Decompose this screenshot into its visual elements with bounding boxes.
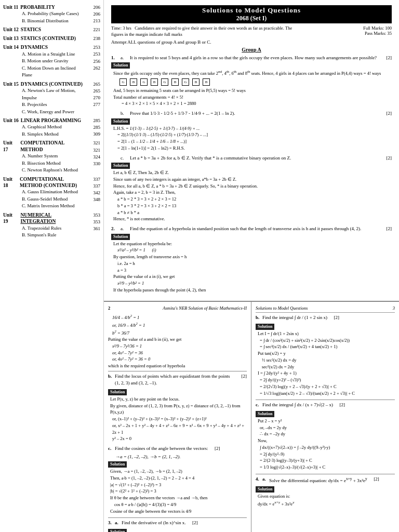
sol-line: sec²(x/2) dx = 2dy (258, 364, 395, 370)
solution-tag: Solution (111, 234, 130, 240)
sol-line: If the hyperbola passes through the poin… (113, 287, 392, 294)
sol-line: Then, a·b = (1, –2, –2)·(2, 1, –2) = 2 –… (110, 475, 247, 482)
unit-16-number: Unit 16 (3, 117, 19, 124)
divider (256, 474, 395, 474)
unit-17-name: COMPUTATIONAL METHOD (20, 140, 87, 153)
toc-sub-item: B. Simpson's Rule (22, 232, 87, 239)
toc-page: 221 (87, 26, 100, 33)
sol-line: I = ∫ 2dy/(y² + 4y + 1) (258, 370, 395, 377)
solution-2b-body: Let P(x, y, z) be any point on the locus… (108, 396, 247, 442)
toc-page: 337 (87, 176, 100, 183)
solutions-black-header: Solutions to Model Questions 2068 (Set I… (111, 5, 392, 23)
sol-line: L.H.S. = 1/(1·3) – 1/(2·5) + 1/(3·7) – 1… (113, 125, 392, 132)
sol-line: |a| = √(1² + (–2)² + (–2)²) = 3 (110, 482, 247, 488)
seat-4: B (151, 78, 158, 86)
group-a-label: Group A (111, 47, 392, 52)
solutions-meta-left: Time: 3 hrs Candidates are required to g… (111, 25, 294, 38)
unit-14-name: DYNAMICS (21, 44, 48, 50)
q2a-text: Find the equation of a hyperbola in stan… (130, 225, 379, 233)
q4a-marks: [2] (369, 476, 379, 485)
sol-line: a * b ≠ b * a (113, 209, 392, 216)
question-1a: 1. a. It is required to seat 5 boys and … (111, 55, 392, 107)
sol-line: Since the girls occupy only the even pla… (113, 69, 392, 77)
time-label: Time: 3 hrs (111, 25, 131, 31)
solutions-meta-right: Full Marks: 100 Pass Marks: 35 (363, 25, 392, 38)
sol-line: Let P(x, y, z) be any point on the locus… (110, 396, 247, 403)
toc-page: 361 (87, 225, 100, 232)
vectors-text: →a = (1, –2, –2), →b = (2, 1, –2). (108, 454, 247, 461)
solutions-bottom-section: 2 Asmita's NEB Solution of Basic Mathema… (104, 301, 399, 532)
sol-line: Let the equation of hyperbola be: (113, 241, 392, 247)
q1-number: 1. (111, 55, 118, 62)
question-2a: 2. a. Find the equation of a hyperbola i… (111, 225, 392, 294)
solutions-top-section: Solutions to Model Questions 2068 (Set I… (104, 0, 399, 301)
unit-12-name: STATICS (21, 26, 41, 33)
sol-line: |b| = √(2² + 1² + (–2)²) = 3 (110, 488, 247, 495)
q1a-marks: [2] (381, 55, 392, 62)
seat-9: B (203, 78, 210, 86)
seat-7: G (182, 78, 189, 86)
toc-unit-17: Unit 17 COMPUTATIONAL METHOD A. Number S… (3, 140, 100, 174)
q2c-text: Find the cosines of the angle between th… (115, 445, 208, 453)
unit-18-subs: A. Gauss Elimination Method B. Gauss-Sei… (3, 189, 87, 210)
toc-sub-item: A. Newton's Law of Motion, Impulse (22, 87, 87, 101)
q3-number: 3. (108, 520, 113, 527)
toc-unit-14: Unit 14 DYNAMICS A. Motion in a Straight… (3, 44, 100, 78)
sol-line: By given, distance of (1, 2, 3) from P(x… (110, 403, 247, 416)
question-integral-c: c. Find the integral ∫ dx / (x + 7)√(2 –… (256, 402, 395, 471)
unit-11-number: Unit 11 (3, 4, 18, 10)
toc-sub-item: C. Work, Energy and Power (22, 109, 87, 116)
q2a-marks: [2] (381, 225, 392, 233)
divider (108, 517, 247, 518)
toc-sub-item: A. Gauss Elimination Method (22, 189, 87, 196)
sol-line: a = 3 (113, 267, 392, 274)
toc-page: 262 (87, 65, 100, 72)
toc-unit-13: Unit 13 STATICS (CONTINUED) 238 (3, 35, 100, 42)
full-marks: Full Marks: 100 (363, 25, 392, 31)
toc-page: 353 (87, 219, 100, 225)
sol-line: or, –dx = 2y dy (258, 424, 395, 431)
toc-unit-18: Unit 18 COMPUTATIONAL METHOD (CONTINUED)… (3, 176, 100, 210)
toc-sub-item: B. Simplex Method (22, 131, 87, 138)
sol-line: Total number of arrangements = 4! × 5! (113, 94, 392, 101)
solution-label-3a: Solution (108, 528, 247, 532)
q1b-spacer (111, 110, 118, 117)
bottom-left-col: 2 Asmita's NEB Solution of Basic Mathema… (104, 302, 251, 532)
page-wrapper: Unit 11 PROBABILITY A. Probability (Samp… (0, 0, 399, 532)
math-eq: b2 = 36/7 (108, 329, 247, 337)
toc-unit-12: Unit 12 STATICS 221 (3, 26, 100, 33)
q2-number: 2. (111, 225, 118, 233)
sol-line: Hence, for all a, b ∈ Z, a * b = 3a + 2b… (113, 183, 392, 190)
sol-line: Since sum of any two integers is again a… (113, 176, 392, 183)
sol-line: If θ be the angle between the vectors →a… (110, 495, 247, 501)
question-integral-b: b. Find the integral ∫ dr / (1 + 2 sin x… (256, 314, 395, 396)
sol-line: b * a = 3 * 2 = 3 × 3 + 2 × 2 = 13 (113, 203, 392, 209)
question-1c: c. Let a * b = 3a + 2b for a, b ∈ Z. Ver… (111, 155, 392, 223)
question-2b: b. Find the locus of points which are eq… (108, 373, 247, 442)
solution-label-1a: Solution (111, 61, 392, 69)
sol-line: a * b = 2 * 3 = 3 × 2 + 2 × 3 = 12 (113, 196, 392, 203)
q1a-part: a. (121, 55, 128, 62)
solution-2c-body: Given, →a = (1, –2, –2), →b = (2, 1, –2)… (108, 468, 247, 514)
q4-number: 4. (256, 476, 261, 485)
sol-line: ∫ dx/((x+7)√(2–x)) = ∫ –2y dy/((9–y²)·y) (258, 444, 395, 451)
sol-line: y² – 2x = 0 (110, 435, 247, 442)
q1b-text: Prove that 1/1·3 - 1/2·5 + 1/3·7 - 1/4·9… (130, 110, 379, 117)
toc-page: 330 (87, 161, 100, 167)
solution-tag: Solution (108, 461, 127, 468)
toc-page: 270 (87, 95, 100, 101)
solution-tag: Solution (256, 486, 274, 493)
toc-unit-16: Unit 16 LINEAR PROGRAMMING A. Graphical … (3, 117, 100, 138)
unit-12-number: Unit 12 (3, 26, 19, 33)
toc-sub-item: C. Newton Raphson's Method (22, 167, 87, 174)
unit-18-name: COMPUTATIONAL METHOD (CONTINUED) (20, 176, 87, 189)
unit-11-subs: A. Probability (Sample Cases) B. Binomia… (3, 10, 87, 24)
unit-14-subs: A. Motion in a Straight Line B. Motion u… (3, 51, 87, 79)
toc-page: 285 (87, 124, 100, 131)
unit-18-number: Unit 18 (3, 176, 18, 189)
sol-line: = 2[1 – ln(1+1)] = 2(1 – ln2) = R.H.S. (113, 145, 392, 152)
sol-line: = 2/(2√3) log|(y + 2 – √3)/(y + 2 + √3)|… (258, 383, 395, 390)
solution-tag: Solution (108, 389, 127, 395)
integral-b-row: b. Find the integral ∫ dr / (1 + 2 sin x… (256, 314, 395, 322)
sol-line: = ∫ sec²(x/2) dx / (tan²(x/2) + 4 tan(x/… (258, 343, 395, 350)
